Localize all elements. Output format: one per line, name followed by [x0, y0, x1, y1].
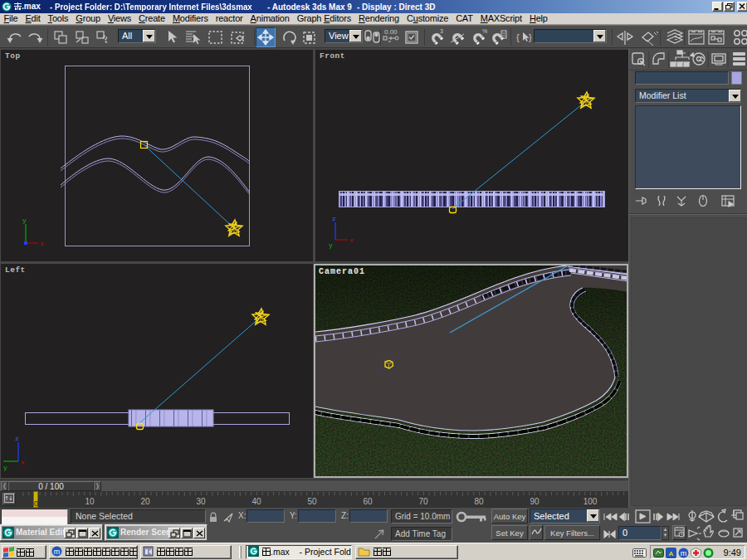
svg-text:z: z — [332, 215, 336, 222]
svg-text:}: } — [529, 32, 532, 42]
svg-text:x: x — [21, 459, 25, 466]
svg-text:100: 100 — [583, 497, 598, 506]
svg-text:60: 60 — [363, 497, 373, 506]
svg-text:y: y — [329, 241, 333, 249]
svg-text:m: m — [681, 549, 687, 558]
svg-text:20: 20 — [140, 497, 150, 506]
svg-text:m: m — [54, 548, 61, 556]
svg-text:40: 40 — [251, 497, 261, 506]
svg-text:x: x — [40, 240, 44, 247]
svg-text:y: y — [3, 464, 7, 471]
svg-text:z: z — [15, 435, 19, 442]
svg-text:80: 80 — [474, 497, 484, 506]
svg-text:%: % — [482, 28, 487, 34]
svg-text:10: 10 — [85, 497, 95, 506]
svg-text:Camera01: Camera01 — [319, 267, 365, 276]
svg-text:90: 90 — [530, 497, 540, 506]
svg-text:50: 50 — [307, 497, 317, 506]
svg-text:30: 30 — [196, 497, 206, 506]
svg-text:x: x — [349, 236, 354, 244]
svg-text:70: 70 — [418, 497, 428, 506]
svg-text:3: 3 — [440, 28, 443, 34]
svg-text:y: y — [22, 217, 27, 224]
svg-text:{: { — [516, 32, 520, 42]
svg-text:A: A — [669, 550, 674, 558]
svg-text:0.00: 0.00 — [384, 28, 398, 36]
